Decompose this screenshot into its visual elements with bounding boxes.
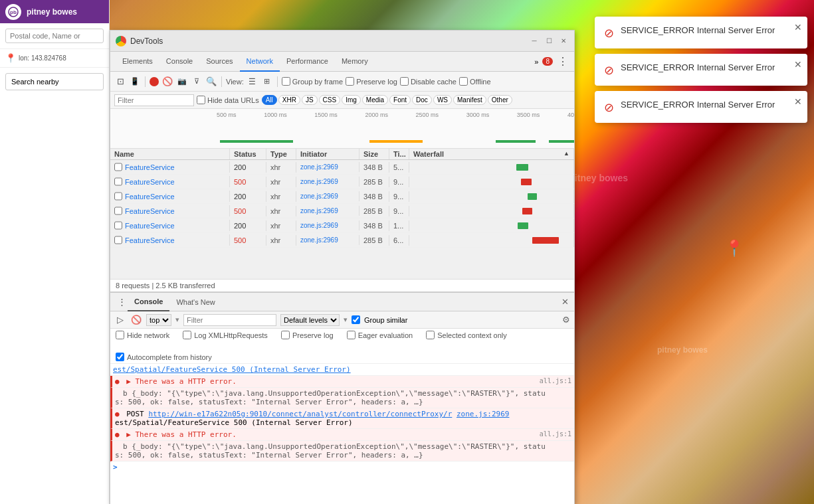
- eager-eval-label: Eager evaluation: [358, 331, 413, 339]
- error-count-badge: 8: [542, 57, 553, 66]
- hide-network-checkbox[interactable]: [116, 331, 124, 339]
- notif-close-button-2[interactable]: ✕: [794, 59, 802, 70]
- tab-console[interactable]: Console: [159, 52, 199, 72]
- waterfall-view-button[interactable]: ⊞: [261, 76, 273, 88]
- autocomplete-checkbox[interactable]: [116, 353, 124, 361]
- console-filter-input[interactable]: [183, 314, 276, 326]
- map-coordinates: lon: 143.824768: [19, 54, 66, 62]
- tab-memory[interactable]: Memory: [335, 52, 375, 72]
- dt-more: » 8 ⋮: [534, 56, 569, 68]
- inspect-icon[interactable]: ⊡: [114, 76, 126, 88]
- console-cursor[interactable]: >: [110, 462, 574, 473]
- console-checkboxes: Hide network Log XMLHttpRequests Preserv…: [110, 329, 574, 364]
- notif-error-icon-2: ⊘: [604, 63, 614, 78]
- network-status-bar: 8 requests | 2.5 KB transferred: [110, 279, 574, 292]
- error-detail-2: b {_body: "{\"type\":\"java.lang.Unsuppo…: [115, 442, 546, 460]
- filter-ws[interactable]: WS: [433, 95, 452, 105]
- toolbar-separator-3: [277, 76, 278, 87]
- hide-data-urls-label: Hide data URLs: [207, 96, 259, 104]
- tab-elements[interactable]: Elements: [116, 52, 159, 72]
- filter-doc[interactable]: Doc: [412, 95, 432, 105]
- table-row[interactable]: FeatureService 500 xhr zone.js:2969 285 …: [110, 175, 574, 189]
- filter-other[interactable]: Other: [488, 95, 512, 105]
- devtools-menu-button[interactable]: ⋮: [557, 56, 569, 68]
- eager-eval-checkbox[interactable]: [347, 331, 356, 339]
- console-context-select[interactable]: top: [146, 314, 171, 326]
- table-row[interactable]: FeatureService 200 xhr zone.js:2969 348 …: [110, 189, 574, 204]
- notif-close-button-3[interactable]: ✕: [794, 96, 802, 107]
- group-by-frame-group: Group by frame: [282, 77, 343, 86]
- console-settings-button[interactable]: ⚙: [562, 315, 570, 325]
- filter-bar: Hide data URLs All XHR JS CSS Img Media …: [110, 92, 574, 109]
- chrome-icon: [116, 36, 126, 46]
- filter-xhr[interactable]: XHR: [278, 95, 300, 105]
- filter-js[interactable]: JS: [302, 95, 318, 105]
- filter-all[interactable]: All: [262, 95, 277, 105]
- clear-button[interactable]: 🚫: [161, 76, 173, 88]
- search-nearby-button[interactable]: Search nearby: [5, 73, 104, 90]
- notification-card-3: ⊘ SERVICE_ERROR Internal Server Error ✕: [595, 91, 807, 123]
- offline-group: Offline: [459, 77, 491, 86]
- notifications-panel: ⊘ SERVICE_ERROR Internal Server Error ✕ …: [595, 17, 807, 123]
- devtools-window: DevTools ─ ☐ ✕ Elements Console Sources …: [110, 30, 575, 504]
- camera-button[interactable]: 📷: [176, 76, 188, 88]
- disable-cache-group: Disable cache: [400, 77, 457, 86]
- network-toolbar: ⊡ 📱 🚫 📷 ⊽ 🔍 View: ☰ ⊞ Group by frame Pre…: [110, 72, 574, 92]
- preserve-log-group: Preserve log: [346, 77, 397, 86]
- notif-text-3: SERVICE_ERROR Internal Server Error: [621, 99, 775, 111]
- table-row[interactable]: FeatureService 200 xhr zone.js:2969 348 …: [110, 218, 574, 233]
- map-pin[interactable]: 📍: [724, 239, 744, 258]
- filter-manifest[interactable]: Manifest: [453, 95, 486, 105]
- group-by-frame-checkbox[interactable]: [282, 77, 290, 86]
- disable-cache-checkbox[interactable]: [400, 77, 409, 86]
- tab-sources[interactable]: Sources: [199, 52, 239, 72]
- toolbar-separator-1: [145, 76, 146, 87]
- close-button[interactable]: ✕: [558, 36, 569, 46]
- filter-button[interactable]: ⊽: [191, 76, 203, 88]
- console-ban-button[interactable]: 🚫: [130, 314, 142, 326]
- tab-whats-new[interactable]: What's New: [169, 293, 221, 311]
- error-source-1[interactable]: all.js:1: [540, 377, 571, 384]
- console-menu-button[interactable]: ⋮: [116, 296, 128, 308]
- minimize-button[interactable]: ─: [529, 36, 540, 46]
- search-button[interactable]: 🔍: [205, 76, 217, 88]
- search-input[interactable]: [5, 29, 104, 43]
- tab-performance[interactable]: Performance: [280, 52, 335, 72]
- filter-input[interactable]: [114, 94, 194, 106]
- timeline-bar-3: [496, 140, 536, 143]
- list-view-button[interactable]: ☰: [247, 76, 258, 88]
- hide-data-urls-checkbox[interactable]: [197, 96, 205, 104]
- filter-media[interactable]: Media: [362, 95, 388, 105]
- console-error-message-2: ● ▶ There was a HTTP error. all.js:1: [110, 429, 574, 441]
- tab-console-panel[interactable]: Console: [128, 293, 169, 311]
- error-link-1[interactable]: est/Spatial/FeatureService 500 (Internal…: [113, 365, 351, 374]
- preserve-log-checkbox[interactable]: [346, 77, 354, 86]
- notif-close-button-1[interactable]: ✕: [794, 22, 802, 33]
- offline-label: Offline: [470, 78, 491, 86]
- zone-link[interactable]: zone.js:2969: [457, 410, 509, 418]
- error-source-2[interactable]: all.js:1: [540, 430, 571, 438]
- table-row[interactable]: FeatureService 500 xhr zone.js:2969 285 …: [110, 204, 574, 218]
- console-close-button[interactable]: ✕: [561, 297, 569, 307]
- tab-network[interactable]: Network: [240, 52, 280, 72]
- log-level-select[interactable]: Default levels: [280, 314, 340, 326]
- maximize-button[interactable]: ☐: [544, 36, 554, 46]
- table-row[interactable]: FeatureService 200 xhr zone.js:2969 348 …: [110, 160, 574, 175]
- post-link[interactable]: http://win-e17a622n05g:9010/connect/anal…: [148, 410, 452, 418]
- filter-img[interactable]: Img: [342, 95, 361, 105]
- filter-css[interactable]: CSS: [319, 95, 341, 105]
- record-button[interactable]: [150, 77, 159, 86]
- filter-font[interactable]: Font: [389, 95, 411, 105]
- device-icon[interactable]: 📱: [129, 76, 141, 88]
- offline-checkbox[interactable]: [459, 77, 468, 86]
- more-tabs-icon[interactable]: »: [534, 58, 538, 66]
- selected-context-checkbox[interactable]: [426, 331, 435, 339]
- group-similar-checkbox[interactable]: [352, 315, 360, 324]
- devtools-tabs: Elements Console Sources Network Perform…: [110, 52, 574, 72]
- table-row[interactable]: FeatureService 500 xhr zone.js:2969 285 …: [110, 233, 574, 248]
- preserve-log-console-checkbox[interactable]: [281, 331, 290, 339]
- console-execute-button[interactable]: ▷: [114, 314, 126, 326]
- notif-text-2: SERVICE_ERROR Internal Server Error: [621, 62, 775, 74]
- pb-watermark-2: pitney bowes: [657, 345, 708, 355]
- log-xmlhttp-checkbox[interactable]: [183, 331, 191, 339]
